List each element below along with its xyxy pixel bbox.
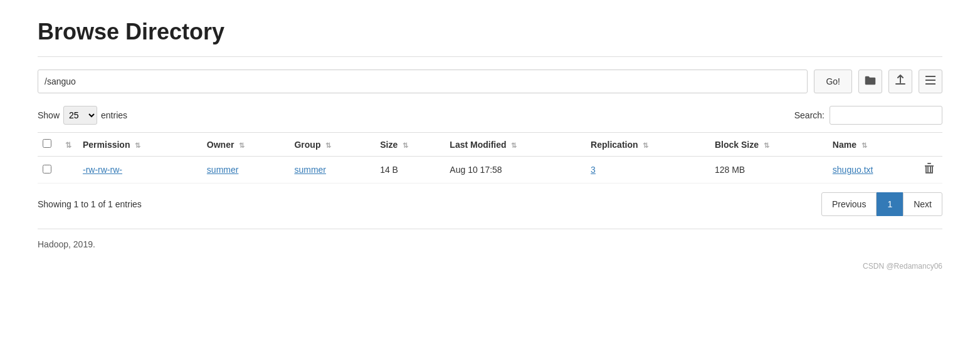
upload-button[interactable] (888, 70, 912, 93)
directory-table: ⇅ Permission ⇅ Owner ⇅ Group ⇅ Size ⇅ (38, 132, 942, 184)
list-icon (925, 76, 935, 87)
path-input[interactable] (38, 70, 808, 93)
owner-sort-icon: ⇅ (239, 142, 245, 150)
th-replication-label: Replication (591, 140, 638, 150)
svg-rect-2 (925, 83, 935, 85)
size-sort-icon: ⇅ (403, 142, 408, 150)
th-size[interactable]: Size ⇅ (375, 133, 445, 157)
replication-link[interactable]: 3 (591, 165, 596, 175)
th-permission-label: Permission (83, 140, 130, 150)
watermark: CSDN @Redamancy06 (38, 262, 942, 271)
th-sort[interactable]: ⇅ (60, 133, 78, 157)
row-name: shuguo.txt (828, 157, 920, 184)
table-controls: Show 10 25 50 100 entries Search: (38, 106, 942, 125)
th-group[interactable]: Group ⇅ (289, 133, 375, 157)
th-actions (920, 133, 942, 157)
row-delete-cell (920, 157, 942, 184)
th-owner[interactable]: Owner ⇅ (202, 133, 290, 157)
svg-rect-4 (927, 163, 931, 164)
row-checkbox[interactable] (43, 165, 51, 173)
group-link[interactable]: summer (294, 165, 326, 175)
th-last-modified[interactable]: Last Modified ⇅ (445, 133, 586, 157)
th-replication[interactable]: Replication ⇅ (586, 133, 710, 157)
svg-rect-1 (925, 80, 935, 81)
pagination: Previous 1 Next (821, 192, 942, 216)
block-size-sort-icon: ⇅ (764, 142, 769, 150)
th-permission[interactable]: Permission ⇅ (78, 133, 202, 157)
th-name-label: Name (833, 140, 856, 150)
footer-text: Hadoop, 2019. (38, 239, 942, 249)
page-1-button[interactable]: 1 (877, 192, 903, 216)
row-group: summer (289, 157, 375, 184)
row-sort-cell (60, 157, 78, 184)
permission-link[interactable]: -rw-rw-rw- (83, 165, 122, 175)
last-modified-sort-icon: ⇅ (511, 142, 517, 150)
path-bar: Go! (38, 70, 942, 93)
group-sort-icon: ⇅ (325, 142, 331, 150)
svg-rect-9 (925, 172, 933, 173)
show-label: Show (38, 110, 60, 120)
row-checkbox-cell (38, 157, 60, 184)
row-permission: -rw-rw-rw- (78, 157, 202, 184)
th-checkbox (38, 133, 60, 157)
search-input[interactable] (830, 106, 942, 125)
show-entries: Show 10 25 50 100 entries (38, 106, 127, 125)
page-title: Browse Directory (38, 19, 942, 45)
next-button[interactable]: Next (903, 192, 942, 216)
previous-button[interactable]: Previous (821, 192, 877, 216)
th-last-modified-label: Last Modified (450, 140, 506, 150)
row-block-size: 128 MB (710, 157, 828, 184)
row-owner: summer (202, 157, 290, 184)
name-sort-icon: ⇅ (861, 142, 867, 150)
file-name-link[interactable]: shuguo.txt (833, 165, 873, 175)
footer-divider (38, 229, 942, 229)
go-button[interactable]: Go! (814, 70, 852, 93)
pagination-row: Showing 1 to 1 of 1 entries Previous 1 N… (38, 192, 942, 216)
table-header-row: ⇅ Permission ⇅ Owner ⇅ Group ⇅ Size ⇅ (38, 133, 942, 157)
table-row: -rw-rw-rw- summer summer 14 B Aug 10 17:… (38, 157, 942, 184)
th-block-size-label: Block Size (715, 140, 759, 150)
replication-sort-icon: ⇅ (643, 142, 648, 150)
folder-icon (865, 75, 876, 88)
search-box: Search: (794, 106, 942, 125)
th-block-size[interactable]: Block Size ⇅ (710, 133, 828, 157)
row-replication: 3 (586, 157, 710, 184)
search-label: Search: (794, 110, 825, 120)
th-name[interactable]: Name ⇅ (828, 133, 920, 157)
delete-icon[interactable] (925, 165, 934, 176)
folder-button[interactable] (858, 70, 882, 93)
sort-arrows: ⇅ (65, 141, 71, 150)
select-all-checkbox[interactable] (43, 139, 51, 148)
th-group-label: Group (294, 140, 320, 150)
permission-sort-icon: ⇅ (135, 142, 140, 150)
entries-select[interactable]: 10 25 50 100 (63, 106, 97, 125)
svg-rect-0 (925, 76, 935, 77)
th-size-label: Size (380, 140, 398, 150)
row-size: 14 B (375, 157, 445, 184)
title-divider (38, 56, 942, 57)
th-owner-label: Owner (207, 140, 234, 150)
entries-label: entries (101, 110, 127, 120)
owner-link[interactable]: summer (207, 165, 239, 175)
row-last-modified: Aug 10 17:58 (445, 157, 586, 184)
showing-text: Showing 1 to 1 of 1 entries (38, 199, 142, 209)
list-button[interactable] (919, 70, 942, 93)
upload-icon (895, 75, 905, 88)
